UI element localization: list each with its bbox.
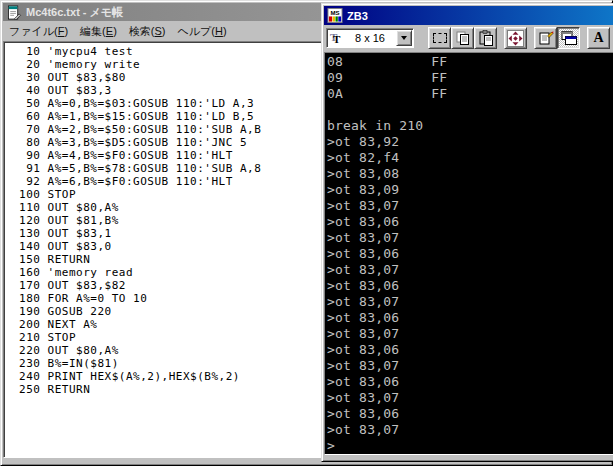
paste-icon — [478, 30, 494, 46]
properties-icon — [538, 30, 554, 46]
dos-window: MS ZB3 T T 8 x 16 — [321, 3, 613, 462]
properties-button[interactable] — [534, 27, 557, 49]
notepad-icon — [6, 5, 22, 20]
terminal-line: break in 210 — [327, 118, 613, 134]
terminal-line — [327, 102, 613, 118]
fullscreen-icon — [507, 30, 524, 47]
terminal-line: >ot 83,06 — [327, 406, 613, 422]
terminal-line: >ot 83,92 — [327, 134, 613, 150]
terminal-line: >ot 83,07 — [327, 326, 613, 342]
terminal-line: > — [327, 438, 613, 454]
terminal-line: >ot 83,06 — [327, 310, 613, 326]
terminal-line: 08 FF — [327, 54, 613, 70]
terminal-line: >ot 83,06 — [327, 342, 613, 358]
menu-search[interactable]: 検索(S) — [124, 22, 171, 41]
terminal-line: >ot 83,06 — [327, 246, 613, 262]
dos-window-title: ZB3 — [347, 10, 368, 22]
terminal-screen[interactable]: 08 FF09 FF0A FFbreak in 210>ot 83,92>ot … — [324, 52, 613, 455]
terminal-line: 09 FF — [327, 70, 613, 86]
menu-file[interactable]: ファイル(F) — [4, 22, 73, 41]
fullscreen-button[interactable] — [504, 27, 527, 49]
terminal-line: >ot 83,09 — [327, 182, 613, 198]
background-button[interactable] — [557, 27, 580, 49]
font-icon: A — [593, 31, 603, 45]
dos-toolbar: T T 8 x 16 — [324, 25, 613, 52]
terminal-line: >ot 83,06 — [327, 278, 613, 294]
dos-title-bar[interactable]: MS ZB3 — [324, 6, 613, 25]
terminal-line: >ot 83,07 — [327, 230, 613, 246]
background-icon — [561, 30, 577, 46]
notepad-window-title: Mc4t6c.txt - メモ帳 — [26, 5, 123, 20]
terminal-line: >ot 83,07 — [327, 294, 613, 310]
mark-icon — [433, 33, 447, 43]
mark-button[interactable] — [428, 27, 451, 49]
font-size-combo[interactable]: T T 8 x 16 — [326, 28, 414, 48]
menu-help[interactable]: ヘルプ(H) — [172, 22, 231, 41]
terminal-line: >ot 83,08 — [327, 166, 613, 182]
terminal-line: >ot 83,07 — [327, 358, 613, 374]
paste-button[interactable] — [474, 27, 497, 49]
copy-icon — [455, 30, 471, 46]
truetype-icon: T T — [330, 31, 344, 45]
copy-button[interactable] — [451, 27, 474, 49]
menu-edit[interactable]: 編集(E) — [75, 22, 122, 41]
terminal-line: >ot 83,06 — [327, 374, 613, 390]
terminal-line: >ot 83,07 — [327, 390, 613, 406]
font-size-dropdown-button[interactable] — [396, 30, 412, 46]
terminal-line: >ot 83,07 — [327, 262, 613, 278]
terminal-line: >ot 83,07 — [327, 198, 613, 214]
font-button[interactable]: A — [587, 27, 610, 49]
terminal-line: >ot 83,06 — [327, 214, 613, 230]
chevron-down-icon — [401, 36, 407, 40]
terminal-line: 0A FF — [327, 86, 613, 102]
terminal-line: >ot 82,f4 — [327, 150, 613, 166]
svg-text:MS: MS — [330, 9, 339, 16]
font-size-value: 8 x 16 — [344, 32, 396, 44]
terminal-line: >ot 83,07 — [327, 422, 613, 438]
ms-dos-icon: MS — [327, 8, 343, 23]
desktop: Mc4t6c.txt - メモ帳 ファイル(F) 編集(E) 検索(S) ヘルプ… — [0, 0, 613, 466]
